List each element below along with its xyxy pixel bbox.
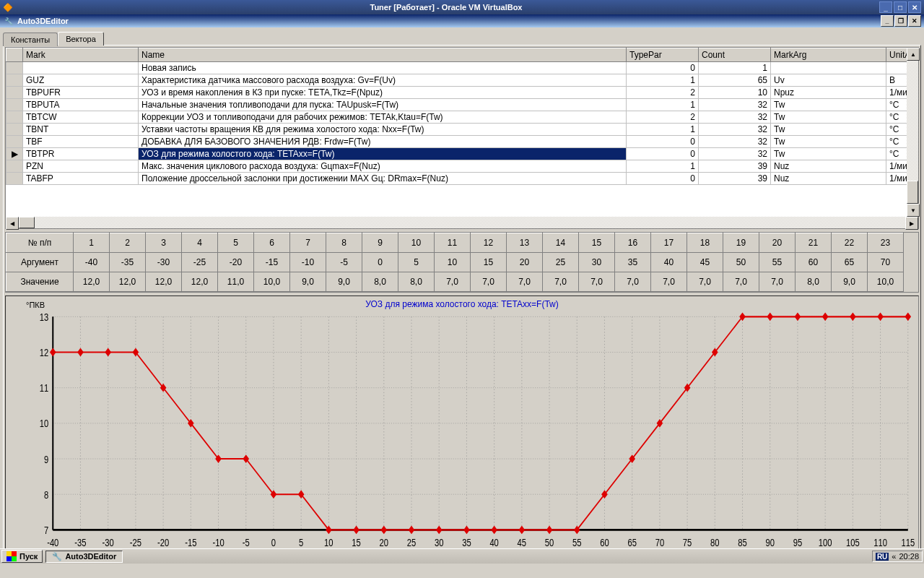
arg-cell-arg[interactable]: 0 — [362, 253, 398, 272]
arg-cell-num[interactable]: 15 — [579, 233, 615, 253]
arg-cell-val[interactable]: 7,0 — [687, 272, 723, 292]
close-button[interactable]: ✕ — [908, 15, 921, 27]
table-row[interactable]: ▶ TBTPR УОЗ для режима холостого хода: T… — [6, 148, 918, 160]
table-row[interactable]: GUZ Характеристика датчика массового рас… — [6, 74, 918, 87]
table-row[interactable]: TBPUFR УОЗ и время накопления в КЗ при п… — [6, 87, 918, 99]
arg-cell-val[interactable]: 12,0 — [74, 272, 110, 292]
arg-cell-val[interactable]: 7,0 — [579, 272, 615, 292]
arg-cell-num[interactable]: 22 — [832, 233, 868, 253]
arg-cell-arg[interactable]: 25 — [543, 253, 579, 272]
arg-cell-arg[interactable]: -35 — [110, 253, 146, 272]
arg-cell-num[interactable]: 19 — [723, 233, 759, 253]
vm-minimize-button[interactable]: _ — [879, 1, 892, 13]
arg-cell-val[interactable]: 10,0 — [868, 272, 904, 292]
arg-cell-arg[interactable]: 15 — [471, 253, 507, 272]
arg-cell-arg[interactable]: 65 — [832, 253, 868, 272]
arg-cell-num[interactable]: 13 — [507, 233, 543, 253]
arg-cell-num[interactable]: 1 — [74, 233, 110, 253]
arg-cell-val[interactable]: 7,0 — [723, 272, 759, 292]
arg-cell-arg[interactable]: -20 — [218, 253, 254, 272]
tab-constants[interactable]: Константы — [3, 33, 58, 46]
arg-cell-arg[interactable]: 35 — [615, 253, 651, 272]
arg-cell-arg[interactable]: 20 — [507, 253, 543, 272]
arg-cell-num[interactable]: 12 — [471, 233, 507, 253]
arg-cell-num[interactable]: 23 — [868, 233, 904, 253]
vm-close-button[interactable]: ✕ — [908, 1, 921, 13]
col-name[interactable]: Name — [139, 48, 627, 62]
start-button[interactable]: Пуск — [1, 550, 43, 563]
horizontal-scrollbar[interactable]: ◀ ▶ — [6, 217, 918, 228]
arg-cell-arg[interactable]: -10 — [290, 253, 326, 272]
system-tray[interactable]: RU « 20:28 — [872, 551, 923, 562]
arg-cell-val[interactable]: 7,0 — [435, 272, 471, 292]
arg-cell-arg[interactable]: 40 — [651, 253, 687, 272]
arg-cell-val[interactable]: 12,0 — [110, 272, 146, 292]
table-row[interactable]: TABFP Положение дроссельной заслонки при… — [6, 173, 918, 185]
arg-cell-val[interactable]: 9,0 — [290, 272, 326, 292]
arg-cell-num[interactable]: 10 — [398, 233, 435, 253]
arg-cell-arg[interactable]: -40 — [74, 253, 110, 272]
arg-cell-val[interactable]: 7,0 — [759, 272, 796, 292]
table-row[interactable]: TBNT Уставки частоты вращения КВ для реж… — [6, 124, 918, 136]
arg-cell-val[interactable]: 11,0 — [218, 272, 254, 292]
arg-cell-val[interactable]: 8,0 — [362, 272, 398, 292]
table-row[interactable]: TBF ДОБАВКА ДЛЯ БАЗОВОГО ЗНАЧЕНИЯ РДВ: F… — [6, 136, 918, 148]
arg-cell-num[interactable]: 5 — [218, 233, 254, 253]
col-typepar[interactable]: TypePar — [627, 48, 699, 62]
taskbar-app-button[interactable]: 🔧 Auto3DEditor — [45, 551, 123, 563]
arg-cell-num[interactable]: 8 — [326, 233, 362, 253]
arg-cell-num[interactable]: 17 — [651, 233, 687, 253]
arg-cell-val[interactable]: 9,0 — [832, 272, 868, 292]
scroll-up-icon[interactable]: ▲ — [907, 48, 920, 61]
arg-cell-num[interactable]: 20 — [759, 233, 796, 253]
arg-cell-num[interactable]: 9 — [362, 233, 398, 253]
arg-cell-arg[interactable]: -5 — [326, 253, 362, 272]
arg-cell-val[interactable]: 7,0 — [651, 272, 687, 292]
arg-cell-arg[interactable]: 60 — [796, 253, 832, 272]
arg-cell-arg[interactable]: 10 — [435, 253, 471, 272]
arg-cell-val[interactable]: 9,0 — [326, 272, 362, 292]
arg-cell-val[interactable]: 10,0 — [254, 272, 290, 292]
table-row[interactable]: TBPUTA Начальные значения топливоподачи … — [6, 99, 918, 111]
arg-cell-arg[interactable]: 45 — [687, 253, 723, 272]
col-markarg[interactable]: MarkArg — [771, 48, 886, 62]
scroll-down-icon[interactable]: ▼ — [907, 204, 920, 217]
arg-cell-num[interactable]: 6 — [254, 233, 290, 253]
table-row[interactable]: PZN Макс. значения циклового расхода воз… — [6, 160, 918, 173]
arg-cell-arg[interactable]: 70 — [868, 253, 904, 272]
col-count[interactable]: Count — [699, 48, 771, 62]
arg-cell-num[interactable]: 4 — [182, 233, 218, 253]
arg-cell-val[interactable]: 12,0 — [146, 272, 182, 292]
arg-cell-num[interactable]: 14 — [543, 233, 579, 253]
arg-cell-val[interactable]: 8,0 — [796, 272, 832, 292]
col-mark[interactable]: Mark — [23, 48, 139, 62]
arg-cell-arg[interactable]: 55 — [759, 253, 796, 272]
grid[interactable]: Mark Name TypePar Count MarkArg UnitA Но… — [5, 47, 919, 229]
arg-cell-num[interactable]: 3 — [146, 233, 182, 253]
vertical-scrollbar[interactable]: ▲ ▼ — [907, 48, 918, 217]
table-row[interactable]: TBTCW Коррекции УОЗ и топливоподачи для … — [6, 111, 918, 124]
arg-cell-arg[interactable]: 30 — [579, 253, 615, 272]
arg-cell-arg[interactable]: 5 — [398, 253, 435, 272]
arg-cell-val[interactable]: 7,0 — [615, 272, 651, 292]
arg-cell-val[interactable]: 8,0 — [398, 272, 435, 292]
tab-vectors[interactable]: Вектора — [58, 32, 104, 46]
arg-cell-num[interactable]: 21 — [796, 233, 832, 253]
arg-cell-val[interactable]: 7,0 — [543, 272, 579, 292]
vm-maximize-button[interactable]: □ — [894, 1, 907, 13]
table-row[interactable]: Новая запись 0 1 — [6, 62, 918, 74]
scroll-right-icon[interactable]: ▶ — [905, 217, 918, 230]
minimize-button[interactable]: _ — [881, 15, 894, 27]
arg-cell-val[interactable]: 12,0 — [182, 272, 218, 292]
arg-cell-arg[interactable]: -25 — [182, 253, 218, 272]
arg-cell-num[interactable]: 18 — [687, 233, 723, 253]
arg-cell-arg[interactable]: 50 — [723, 253, 759, 272]
arg-cell-num[interactable]: 2 — [110, 233, 146, 253]
lang-indicator[interactable]: RU — [876, 553, 889, 561]
arg-value-table[interactable]: № п/п12345678910111213141516171819202122… — [5, 232, 919, 293]
arg-cell-num[interactable]: 7 — [290, 233, 326, 253]
arg-cell-val[interactable]: 7,0 — [471, 272, 507, 292]
arg-cell-arg[interactable]: -15 — [254, 253, 290, 272]
maximize-button[interactable]: ❐ — [894, 15, 907, 27]
arg-cell-val[interactable]: 7,0 — [507, 272, 543, 292]
